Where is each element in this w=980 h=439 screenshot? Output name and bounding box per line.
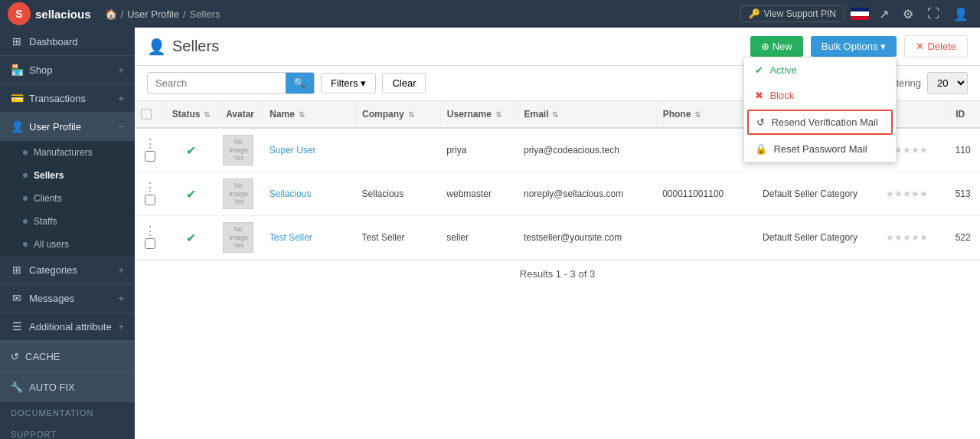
sidebar-sub-clients[interactable]: Clients bbox=[0, 187, 135, 210]
star-empty: ★ bbox=[903, 145, 911, 156]
bulk-options-button[interactable]: Bulk Options ▾ bbox=[811, 36, 897, 57]
sidebar-sub-staffs[interactable]: Staffs bbox=[0, 210, 135, 233]
breadcrumb-sellers: Sellers bbox=[190, 8, 220, 20]
sidebar-item-messages[interactable]: ✉ Messages + bbox=[0, 284, 135, 313]
row-menu-icon[interactable]: ⋮ bbox=[141, 181, 159, 194]
support-pin-icon: 🔑 bbox=[749, 8, 760, 19]
sort-icon: ⇅ bbox=[495, 110, 501, 119]
transactions-icon: 💳 bbox=[11, 92, 23, 104]
search-box: 🔍 bbox=[147, 72, 315, 94]
support-pin-label: View Support PIN bbox=[764, 8, 837, 19]
sidebar-item-additional-attribute[interactable]: ☰ Additional attribute + bbox=[0, 313, 135, 341]
username-cell: priya bbox=[440, 128, 518, 172]
sidebar-item-categories[interactable]: ⊞ Categories + bbox=[0, 256, 135, 284]
breadcrumb-home-icon: 🏠 bbox=[105, 8, 117, 20]
dropdown-block-item[interactable]: ✖ Block bbox=[744, 83, 896, 108]
dot-icon bbox=[23, 173, 28, 178]
delete-button[interactable]: ✕ Delete bbox=[904, 35, 968, 57]
clear-button[interactable]: Clear bbox=[382, 73, 426, 93]
dropdown-item-label: Resend Verification Mail bbox=[771, 116, 877, 128]
search-button[interactable]: 🔍 bbox=[286, 73, 314, 93]
seller-category-cell: Default Seller Category bbox=[756, 216, 880, 260]
caret-down-icon: ▾ bbox=[880, 41, 886, 52]
dropdown-reset-password-item[interactable]: 🔒 Reset Password Mail bbox=[744, 136, 896, 162]
autofix-button[interactable]: 🔧 AUTO FIX bbox=[0, 372, 135, 402]
plus-icon: + bbox=[118, 264, 124, 276]
plus-icon: + bbox=[118, 64, 124, 76]
company-cell bbox=[356, 128, 441, 172]
new-button[interactable]: ⊕ New bbox=[750, 36, 803, 57]
dot-icon bbox=[23, 242, 28, 247]
sidebar-item-label: Shop bbox=[29, 64, 52, 76]
row-checkbox[interactable] bbox=[145, 238, 155, 249]
page-title: 👤 Sellers bbox=[147, 38, 743, 56]
username-cell: webmaster bbox=[440, 172, 518, 216]
autofix-label: AUTO FIX bbox=[29, 382, 75, 393]
sidebar-sub-sellers[interactable]: Sellers bbox=[0, 164, 135, 187]
cache-button[interactable]: ↺ CACHE bbox=[0, 341, 135, 372]
th-id: ID bbox=[949, 101, 980, 128]
plus-icon: + bbox=[118, 293, 124, 304]
status-active-icon: ✔ bbox=[186, 231, 196, 244]
sidebar-item-label: Categories bbox=[29, 264, 77, 276]
th-name[interactable]: Name ⇅ bbox=[263, 101, 356, 128]
sub-item-label: All users bbox=[34, 239, 69, 250]
checkmark-icon: ✔ bbox=[755, 64, 763, 76]
star-empty: ★ bbox=[903, 232, 911, 243]
seller-name-link[interactable]: Test Seller bbox=[270, 232, 312, 243]
row-checkbox[interactable] bbox=[145, 195, 155, 205]
sidebar-item-user-profile[interactable]: 👤 User Profile − bbox=[0, 113, 135, 141]
joomla-icon[interactable]: ⚙ bbox=[899, 5, 917, 23]
sidebar-item-transactions[interactable]: 💳 Transactions + bbox=[0, 84, 135, 113]
ordering-select[interactable]: 20 bbox=[927, 72, 968, 94]
th-phone[interactable]: Phone ⇅ bbox=[656, 101, 756, 128]
th-email[interactable]: Email ⇅ bbox=[518, 101, 656, 128]
phone-cell: 000011001100 bbox=[656, 172, 756, 216]
flag-icon[interactable] bbox=[851, 8, 869, 20]
dropdown-active-item[interactable]: ✔ Active bbox=[744, 57, 896, 83]
sidebar-item-label: Dashboard bbox=[29, 36, 78, 48]
th-status[interactable]: Status ⇅ bbox=[165, 101, 217, 128]
sidebar-item-label: User Profile bbox=[29, 121, 81, 133]
filters-label: Filters bbox=[331, 77, 358, 89]
sub-item-label: Staffs bbox=[34, 216, 57, 227]
delete-label: Delete bbox=[927, 41, 956, 52]
support-pin-button[interactable]: 🔑 View Support PIN bbox=[740, 5, 845, 22]
sidebar-item-dashboard[interactable]: ⊞ Dashboard bbox=[0, 28, 135, 56]
sidebar-item-shop[interactable]: 🏪 Shop + bbox=[0, 56, 135, 84]
search-input[interactable] bbox=[148, 74, 286, 93]
top-nav: S sellacious 🏠 / User Profile / Sellers … bbox=[0, 0, 980, 28]
filters-button[interactable]: Filters ▾ bbox=[321, 73, 376, 93]
star-empty: ★ bbox=[886, 188, 894, 199]
block-icon: ✖ bbox=[755, 90, 763, 101]
breadcrumb-user-profile[interactable]: User Profile bbox=[127, 8, 179, 20]
categories-icon: ⊞ bbox=[11, 264, 23, 276]
caret-down-icon: ▾ bbox=[361, 77, 366, 89]
seller-name-link[interactable]: Sellacious bbox=[270, 188, 312, 199]
select-all-checkbox[interactable] bbox=[141, 109, 152, 120]
row-menu-icon[interactable]: ⋮ bbox=[141, 224, 159, 238]
dropdown-resend-item[interactable]: ↺ Resend Verification Mail bbox=[747, 110, 893, 135]
fullscreen-icon[interactable]: ⛶ bbox=[923, 5, 943, 22]
email-cell: testseller@yoursite.com bbox=[518, 216, 656, 260]
seller-name-link[interactable]: Super User bbox=[270, 145, 316, 156]
sort-icon: ⇅ bbox=[408, 110, 414, 119]
top-nav-right: 🔑 View Support PIN ↗ ⚙ ⛶ 👤 bbox=[740, 5, 973, 23]
sidebar-sub-manufacturers[interactable]: Manufacturers bbox=[0, 141, 135, 164]
external-link-icon[interactable]: ↗ bbox=[875, 5, 893, 23]
th-username[interactable]: Username ⇅ bbox=[440, 101, 518, 128]
sidebar-item-label: Transactions bbox=[29, 93, 86, 104]
th-company[interactable]: Company ⇅ bbox=[356, 101, 441, 128]
page-title-text: Sellers bbox=[172, 38, 219, 55]
bulk-options-container: Bulk Options ▾ ✔ Active ✖ Block ↺ Re bbox=[811, 36, 897, 57]
id-cell: 513 bbox=[949, 172, 980, 216]
sidebar-sub-all-users[interactable]: All users bbox=[0, 233, 135, 256]
row-menu-icon[interactable]: ⋮ bbox=[141, 137, 159, 150]
star-empty: ★ bbox=[894, 188, 903, 199]
user-profile-icon: 👤 bbox=[11, 120, 23, 133]
results-bar: Results 1 - 3 of 3 bbox=[135, 260, 980, 287]
row-checkbox[interactable] bbox=[145, 151, 155, 162]
user-icon[interactable]: 👤 bbox=[949, 5, 972, 23]
content: 👤 Sellers ⊕ New Bulk Options ▾ ✔ Active bbox=[135, 28, 980, 439]
dot-icon bbox=[23, 219, 28, 224]
